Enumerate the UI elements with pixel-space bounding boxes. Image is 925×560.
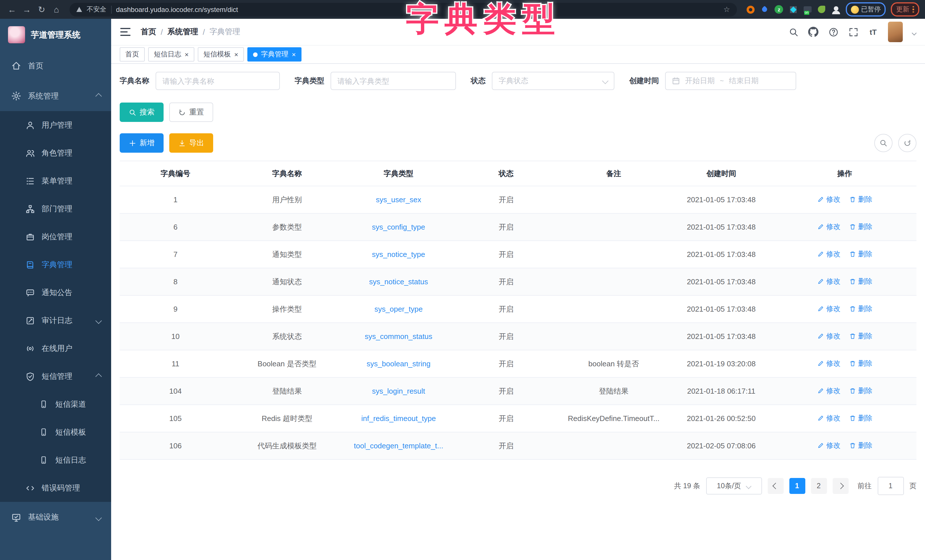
extension-icon-blue-drop[interactable] (760, 5, 770, 14)
extension-icon-leaf[interactable] (817, 5, 826, 14)
extension-icon-green[interactable]: z (774, 5, 783, 14)
browser-forward-button[interactable]: → (21, 3, 33, 16)
dict-type-input[interactable] (331, 72, 456, 90)
sidebar-item-sms-channel[interactable]: 短信渠道 (0, 390, 111, 418)
status-select[interactable]: 字典状态 (492, 72, 615, 90)
sidebar-item-error-code[interactable]: 错误码管理 (0, 474, 111, 502)
delete-link[interactable]: 删除 (849, 304, 872, 314)
export-button[interactable]: 导出 (169, 133, 213, 153)
edit-link[interactable]: 修改 (817, 331, 841, 341)
cell-time: 2021-01-05 17:03:48 (669, 213, 773, 241)
browser-back-button[interactable]: ← (6, 3, 18, 16)
search-icon[interactable] (788, 27, 798, 37)
bookmark-star-icon[interactable]: ☆ (723, 5, 730, 14)
sidebar-item-dict[interactable]: 字典管理 (0, 251, 111, 278)
dict-type-link[interactable]: sys_user_sex (376, 196, 421, 204)
dict-type-link[interactable]: sys_login_result (372, 387, 425, 395)
sidebar-item-system[interactable]: 系统管理 (0, 81, 111, 111)
delete-link[interactable]: 删除 (849, 250, 872, 259)
dict-type-link[interactable]: sys_boolean_string (367, 360, 431, 368)
edit-link[interactable]: 修改 (817, 277, 841, 286)
sidebar-item-users[interactable]: 用户管理 (0, 111, 111, 139)
dict-type-link[interactable]: sys_config_type (372, 223, 425, 231)
browser-home-button[interactable]: ⌂ (50, 3, 63, 16)
page-size-select[interactable]: 10条/页 (706, 477, 762, 494)
extension-icon-on-badge[interactable] (803, 5, 812, 14)
tab-dict[interactable]: 字典管理 × (247, 47, 301, 62)
tab-sms-template[interactable]: 短信模板 × (198, 47, 244, 62)
close-icon[interactable]: × (292, 50, 296, 59)
sidebar-item-menus[interactable]: 菜单管理 (0, 167, 111, 195)
extension-icon-orange[interactable] (746, 5, 755, 14)
extension-icon-profile[interactable] (832, 5, 841, 14)
page-button-2[interactable]: 2 (811, 478, 827, 494)
help-icon[interactable] (828, 27, 838, 37)
date-range-picker[interactable]: 开始日期 ~ 结束日期 (665, 72, 796, 90)
dict-type-link[interactable]: tool_codegen_template_t... (354, 441, 443, 450)
edit-link[interactable]: 修改 (817, 386, 841, 396)
dict-type-link[interactable]: sys_notice_status (369, 277, 428, 286)
sidebar-item-sms[interactable]: 短信管理 (0, 362, 111, 390)
edit-link[interactable]: 修改 (817, 250, 841, 259)
search-button[interactable]: 搜索 (120, 102, 164, 122)
delete-link[interactable]: 删除 (849, 359, 872, 369)
delete-link[interactable]: 删除 (849, 222, 872, 232)
user-avatar[interactable] (888, 22, 903, 42)
sidebar-item-home[interactable]: 首页 (0, 51, 111, 81)
delete-link[interactable]: 删除 (849, 414, 872, 423)
sidebar-item-online-users[interactable]: 在线用户 (0, 334, 111, 362)
table-row: 7 通知类型 sys_notice_type 开启 2021-01-05 17:… (120, 241, 916, 268)
delete-link[interactable]: 删除 (849, 195, 872, 205)
edit-link[interactable]: 修改 (817, 195, 841, 205)
sidebar-item-posts[interactable]: 岗位管理 (0, 223, 111, 251)
refresh-table-button[interactable] (898, 134, 916, 152)
next-page-button[interactable] (832, 478, 848, 494)
sidebar-item-roles[interactable]: 角色管理 (0, 139, 111, 167)
sidebar-item-notices[interactable]: 通知公告 (0, 278, 111, 307)
browser-menu-icon[interactable] (913, 6, 914, 13)
sidebar-item-departments[interactable]: 部门管理 (0, 195, 111, 223)
tab-home[interactable]: 首页 (120, 47, 145, 62)
sidebar-item-sms-template[interactable]: 短信模板 (0, 418, 111, 446)
dict-type-link[interactable]: sys_common_status (365, 332, 432, 341)
browser-profile-paused-badge[interactable]: 已暂停 (846, 2, 886, 17)
edit-link[interactable]: 修改 (817, 441, 841, 451)
sidebar-item-sms-log[interactable]: 短信日志 (0, 446, 111, 474)
dict-type-link[interactable]: inf_redis_timeout_type (362, 414, 436, 423)
sidebar-toggle-button[interactable] (120, 28, 131, 36)
browser-update-button[interactable]: 更新 (891, 2, 919, 17)
dict-name-input[interactable] (155, 72, 280, 90)
gear-icon (11, 91, 21, 101)
browser-reload-button[interactable]: ↻ (35, 3, 48, 16)
edit-link[interactable]: 修改 (817, 359, 841, 369)
github-icon[interactable] (808, 27, 818, 37)
edit-link[interactable]: 修改 (817, 304, 841, 314)
breadcrumb-system[interactable]: 系统管理 (167, 27, 198, 37)
hide-search-button[interactable] (874, 134, 892, 152)
tab-sms-log[interactable]: 短信日志 × (148, 47, 194, 62)
close-icon[interactable]: × (185, 50, 189, 59)
reset-button[interactable]: 重置 (169, 102, 213, 122)
page-button-1[interactable]: 1 (789, 478, 805, 494)
delete-link[interactable]: 删除 (849, 277, 872, 286)
delete-link[interactable]: 删除 (849, 331, 872, 341)
app-logo-row[interactable]: 芋道管理系统 (0, 19, 111, 51)
extension-icon-diamond[interactable] (789, 5, 798, 14)
sidebar-item-infrastructure[interactable]: 基础设施 (0, 502, 111, 533)
font-size-icon[interactable]: tT (868, 27, 878, 37)
avatar-caret-icon[interactable] (913, 27, 916, 37)
breadcrumb-home[interactable]: 首页 (141, 27, 156, 37)
add-button[interactable]: 新增 (120, 133, 164, 153)
close-icon[interactable]: × (234, 50, 238, 59)
dict-type-link[interactable]: sys_oper_type (374, 305, 423, 313)
address-bar[interactable]: 不安全 dashboard.yudao.iocoder.cn/system/di… (69, 3, 737, 16)
sidebar-item-audit-log[interactable]: 审计日志 (0, 307, 111, 334)
fullscreen-icon[interactable] (848, 27, 858, 37)
prev-page-button[interactable] (767, 478, 783, 494)
goto-page-input[interactable] (877, 477, 904, 495)
delete-link[interactable]: 删除 (849, 386, 872, 396)
dict-type-link[interactable]: sys_notice_type (372, 250, 425, 259)
delete-link[interactable]: 删除 (849, 441, 872, 451)
edit-link[interactable]: 修改 (817, 414, 841, 423)
edit-link[interactable]: 修改 (817, 222, 841, 232)
